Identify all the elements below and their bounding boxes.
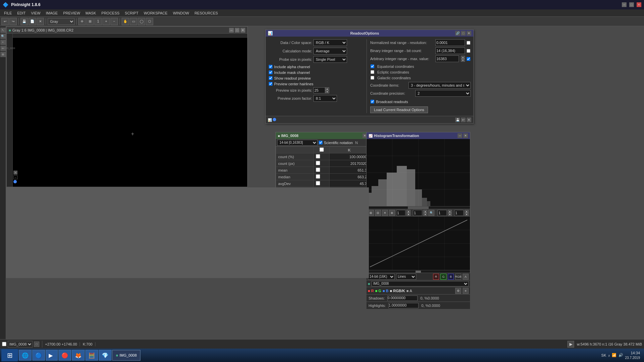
taskbar-calc[interactable]: 🧮 [85, 350, 98, 361]
histo-b-btn[interactable]: B [448, 274, 454, 280]
galactic-checkbox[interactable] [371, 76, 374, 80]
histo-bit-select[interactable]: 14-bit (16K) [368, 274, 395, 280]
binary-enable-checkbox[interactable] [467, 49, 470, 52]
highlights-input[interactable] [388, 303, 419, 308]
histo-value-4[interactable] [454, 210, 464, 216]
toolbar-save[interactable]: 💾 [20, 18, 28, 25]
tool-arrow[interactable]: ↖ [0, 28, 6, 33]
arbitrary-enable-checkbox[interactable] [467, 57, 470, 60]
histo-tool-2[interactable]: ⊟ [375, 210, 381, 216]
readout-link-btn[interactable]: 🔗 [455, 31, 460, 36]
toolbar-saveas[interactable]: 📄 [29, 18, 36, 25]
readout-close-btn[interactable]: ✕ [467, 31, 471, 36]
toolbar-new[interactable]: ↩ [1, 18, 9, 25]
toolbar-open[interactable]: ↪ [9, 18, 17, 25]
tool-cross[interactable]: + [0, 40, 6, 45]
histo-v2-down[interactable]: ▼ [423, 213, 427, 216]
histo-r-btn[interactable]: R [433, 274, 439, 280]
histo-zoom-btn[interactable]: 🔍 [428, 210, 434, 216]
load-readout-options-button[interactable]: Load Current Readout Options [370, 106, 428, 113]
histo-settings-btn[interactable]: ⚙ [455, 288, 461, 294]
close-button[interactable]: ✕ [637, 2, 641, 7]
histogram-minimize-btn[interactable]: ─ [458, 133, 462, 138]
status-image-select[interactable]: IMG_0008 [8, 341, 33, 348]
footer-save-btn[interactable]: 💾 [455, 118, 460, 122]
stats-bit-depth-select[interactable]: 14-bit [0,16383] [277, 140, 317, 146]
toolbar-select-poly[interactable]: ⬡ [146, 18, 153, 25]
histo-v1-up[interactable]: ▲ [406, 210, 411, 213]
histo-v2-up[interactable]: ▲ [423, 210, 427, 213]
readout-float-btn[interactable]: □ [461, 31, 466, 36]
data-color-space-select[interactable]: RGB / K [313, 39, 347, 46]
colorspace-select[interactable]: Gray RGB [48, 18, 75, 25]
status-play-btn[interactable]: ▶ [567, 341, 574, 348]
taskbar-firefox[interactable]: 🦊 [72, 350, 85, 361]
histo-extra-btn[interactable]: ≡ [463, 288, 469, 294]
menu-preview[interactable]: PREVIEW [60, 10, 83, 16]
coordinate-items-select[interactable]: 3 - degrees/hours, minutes and seconds [409, 82, 471, 89]
histo-v3-down[interactable]: ▼ [448, 213, 452, 216]
histogram-scroll-thumb[interactable] [408, 207, 429, 209]
menu-script[interactable]: SCRIPT [122, 10, 141, 16]
taskbar-app-red[interactable]: 🔴 [58, 350, 71, 361]
scientific-notation-checkbox[interactable] [319, 141, 323, 144]
toolbar-crosshair[interactable]: ✛ [78, 18, 86, 25]
preview-size-input[interactable] [313, 87, 325, 93]
maximize-button[interactable]: □ [629, 2, 634, 7]
menu-resources[interactable]: RESOURCES [192, 10, 221, 16]
toolbar-select-rect[interactable]: ▭ [130, 18, 137, 25]
stats-row-checkbox[interactable] [316, 154, 320, 159]
histo-rgb-btn[interactable]: RGB [455, 274, 461, 280]
histo-v1-down[interactable]: ▼ [406, 213, 411, 216]
histo-value-1[interactable] [396, 210, 405, 216]
histo-image-select[interactable]: IMG_0008 [372, 281, 469, 286]
footer-close-btn[interactable]: ✕ [467, 118, 471, 122]
menu-process[interactable]: PROCESS [99, 10, 122, 16]
status-checkbox[interactable] [2, 342, 6, 346]
histogram-scrollbar[interactable] [367, 206, 470, 209]
menu-window[interactable]: WINDOW [170, 10, 192, 16]
include-mask-checkbox[interactable] [269, 71, 272, 74]
arbitrary-up[interactable]: ▲ [461, 56, 465, 59]
include-alpha-checkbox[interactable] [269, 65, 272, 69]
menu-mask[interactable]: MASK [83, 10, 99, 16]
broadcast-checkbox[interactable] [371, 100, 374, 103]
toolbar-zoom-1[interactable]: 1 [94, 18, 102, 25]
menu-view[interactable]: VIEW [28, 10, 43, 16]
stats-col-checkbox-input[interactable] [319, 147, 324, 152]
stats-row-checkbox[interactable] [316, 168, 320, 172]
toolbar-close[interactable]: ✕ [37, 18, 44, 25]
histo-tool-3[interactable]: ✕ [382, 210, 388, 216]
preview-center-checkbox[interactable] [269, 82, 272, 86]
stats-row-checkbox[interactable] [316, 181, 320, 185]
toolbar-zoom-fit[interactable]: ⊞ [86, 18, 94, 25]
tool-clone[interactable]: ⊕ [0, 52, 6, 57]
start-button[interactable]: ⊞ [1, 349, 18, 361]
histo-a-btn[interactable]: A [463, 274, 469, 280]
binary-input[interactable] [435, 47, 465, 54]
histo-g-btn[interactable]: G [440, 274, 446, 280]
image-close-btn[interactable]: ✕ [241, 28, 245, 33]
preview-zoom-select[interactable]: 8:1 [313, 95, 337, 102]
ecliptic-checkbox[interactable] [371, 70, 374, 74]
arbitrary-down[interactable]: ▼ [461, 59, 465, 62]
histo-v4-down[interactable]: ▼ [465, 213, 469, 216]
taskbar-active-app[interactable]: ■ IMG_0008 [112, 350, 140, 361]
preview-size-up[interactable]: ▲ [325, 87, 329, 90]
taskbar-media[interactable]: ▶ [46, 350, 58, 361]
menu-image[interactable]: IMAGE [43, 10, 60, 16]
histogram-close-btn[interactable]: ✕ [463, 133, 468, 138]
normalized-input[interactable] [435, 39, 465, 46]
histo-tool-4[interactable]: ⊕ [389, 210, 395, 216]
normalized-enable-checkbox[interactable] [467, 41, 470, 44]
tool-zoom[interactable]: 🔍 [0, 34, 6, 39]
toolbar-zoom-out[interactable]: − [111, 18, 118, 25]
stats-row-checkbox[interactable] [316, 161, 320, 165]
menu-workspace[interactable]: WORKSPACE [141, 10, 170, 16]
taskbar-ie[interactable]: 🌐 [19, 350, 32, 361]
taskbar-pixinsight[interactable]: 💎 [99, 350, 112, 361]
coordinate-precision-select[interactable]: 2 [415, 90, 471, 97]
equatorial-checkbox[interactable] [371, 64, 374, 68]
toolbar-select-ellipse[interactable]: ◯ [138, 18, 145, 25]
toolbar-zoom-in[interactable]: + [102, 18, 110, 25]
